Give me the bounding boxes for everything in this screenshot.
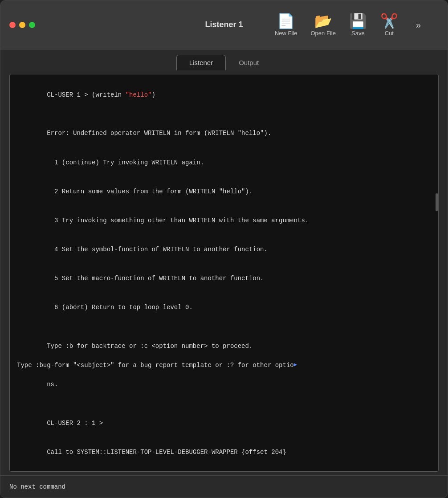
- info-1: Type :b for backtrace or :c <option numb…: [17, 332, 431, 361]
- traffic-lights: [9, 22, 35, 28]
- titlebar: Listener 1 📄 New File 📂 Open File 💾 Save…: [0, 0, 448, 49]
- listener-pane[interactable]: CL-USER 1 > (writeln "hello") Error: Und…: [9, 74, 439, 472]
- option-3: 3 Try invoking something other than WRIT…: [17, 206, 431, 235]
- blank-1: [17, 110, 431, 119]
- scroll-indicator-right: [436, 193, 438, 211]
- prompt-2: CL-USER 2 : 1 >: [17, 409, 431, 438]
- info-2b: ns.: [17, 371, 431, 400]
- more-button[interactable]: »: [416, 20, 421, 30]
- info-2: Type :bug-form "<subject>" for a bug rep…: [17, 361, 431, 371]
- open-file-icon: 📂: [314, 13, 332, 28]
- save-button[interactable]: 💾 Save: [349, 13, 367, 36]
- call-line: Call to SYSTEM::LISTENER-TOP-LEVEL-DEBUG…: [17, 438, 431, 467]
- blank-2: [17, 322, 431, 332]
- window-title: Listener 1: [205, 20, 243, 29]
- tab-output[interactable]: Output: [226, 55, 272, 70]
- cut-icon: ✂️: [380, 13, 398, 28]
- save-label: Save: [351, 29, 365, 36]
- option-5: 5 Set the macro-function of WRITELN to a…: [17, 264, 431, 293]
- func-line: SYSTEM::FUNC : DBG::DEBUG-DO-WRAPPERS: [17, 467, 431, 472]
- line-1: CL-USER 1 > (writeln "hello"): [17, 81, 431, 110]
- toolbar: 📄 New File 📂 Open File 💾 Save ✂️ Cut »: [275, 13, 421, 36]
- main-window: Listener 1 📄 New File 📂 Open File 💾 Save…: [0, 0, 448, 498]
- tabs-area: Listener Output: [0, 49, 448, 70]
- option-4: 4 Set the symbol-function of WRITELN to …: [17, 235, 431, 264]
- main-content: CL-USER 1 > (writeln "hello") Error: Und…: [0, 70, 448, 475]
- open-file-label: Open File: [311, 29, 336, 36]
- close-button[interactable]: [9, 22, 16, 28]
- status-text: No next command: [9, 483, 65, 490]
- new-file-icon: 📄: [277, 13, 295, 28]
- option-2: 2 Return some values from the form (WRIT…: [17, 177, 431, 206]
- new-file-label: New File: [275, 29, 297, 36]
- option-6: 6 (abort) Return to top loop level 0.: [17, 293, 431, 322]
- maximize-button[interactable]: [29, 22, 35, 28]
- blank-3: [17, 400, 431, 409]
- statusbar: No next command: [0, 475, 448, 498]
- cut-label: Cut: [385, 29, 394, 36]
- save-icon: 💾: [349, 13, 367, 28]
- error-line: Error: Undefined operator WRITELN in for…: [17, 119, 431, 148]
- option-1: 1 (continue) Try invoking WRITELN again.: [17, 148, 431, 177]
- new-file-button[interactable]: 📄 New File: [275, 13, 297, 36]
- cut-button[interactable]: ✂️ Cut: [380, 13, 398, 36]
- tab-listener[interactable]: Listener: [176, 55, 226, 70]
- open-file-button[interactable]: 📂 Open File: [311, 13, 336, 36]
- minimize-button[interactable]: [19, 22, 25, 28]
